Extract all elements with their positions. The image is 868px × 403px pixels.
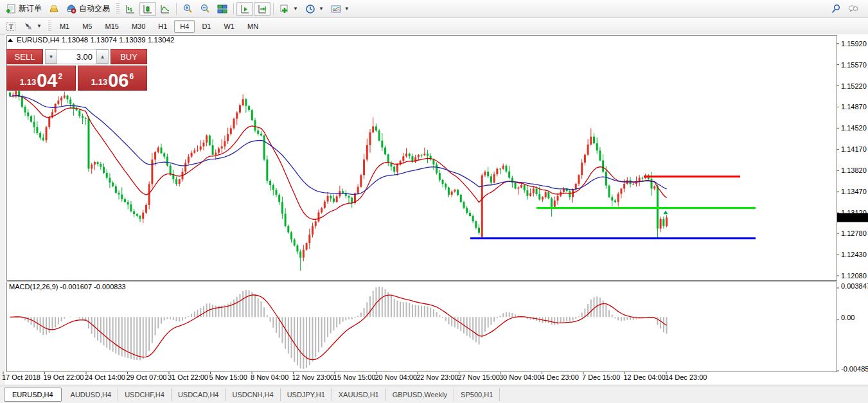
- svg-text:7 Dec 15:00: 7 Dec 15:00: [582, 373, 620, 381]
- buy-price-big: 06: [108, 72, 128, 89]
- symbol-tab-audusd[interactable]: AUDUSD,H4: [64, 388, 119, 401]
- sell-button[interactable]: SELL: [6, 49, 43, 64]
- one-click-trading-panel: SELL ▼ 3.00 ▲ BUY 1.13042 1.13066: [6, 49, 147, 91]
- volume-decrease-button[interactable]: ▼: [45, 49, 57, 64]
- svg-text:12 Nov 23:00: 12 Nov 23:00: [292, 373, 334, 381]
- svg-text:20 Nov 04:00: 20 Nov 04:00: [375, 373, 417, 381]
- svg-text:30 Nov 04:00: 30 Nov 04:00: [499, 373, 541, 381]
- svg-text:1.14870: 1.14870: [841, 103, 867, 111]
- symbol-tab-eurusd[interactable]: EURUSD,H4: [4, 388, 62, 402]
- symbol-tab-usdchf[interactable]: USDCHF,H4: [118, 388, 172, 401]
- chart-title: EURUSD,H4 1.13048 1.13074 1.13039 1.1304…: [17, 36, 175, 44]
- svg-text:1.13820: 1.13820: [841, 166, 867, 174]
- svg-text:27 Nov 15:00: 27 Nov 15:00: [458, 373, 500, 381]
- svg-text:-0.004856: -0.004856: [841, 365, 868, 373]
- buy-price-prefix: 1.13: [91, 77, 107, 87]
- svg-text:19 Oct 22:00: 19 Oct 22:00: [44, 373, 84, 381]
- sell-price-pip: 2: [58, 72, 62, 81]
- svg-text:0.003847: 0.003847: [841, 282, 868, 290]
- svg-text:0.00: 0.00: [841, 314, 855, 321]
- symbol-tab-usdcad[interactable]: USDCAD,H4: [172, 388, 226, 401]
- macd-label: MACD(12,26,9) -0.001607 -0.000833: [9, 283, 126, 291]
- sell-price-tile[interactable]: 1.13042: [6, 66, 76, 91]
- symbol-tab-gbpusd[interactable]: GBPUSD,Weekly: [386, 388, 454, 401]
- current-price-tag: [837, 213, 868, 222]
- svg-text:17 Oct 2018: 17 Oct 2018: [2, 373, 40, 381]
- svg-text:1.14170: 1.14170: [841, 145, 867, 153]
- svg-text:31 Oct 22:00: 31 Oct 22:00: [168, 373, 208, 381]
- sell-price-prefix: 1.13: [20, 77, 36, 87]
- svg-text:1.15570: 1.15570: [841, 61, 867, 69]
- svg-text:4 Dec 23:00: 4 Dec 23:00: [541, 373, 579, 381]
- symbol-tab-bar: EURUSD,H4AUDUSD,H4USDCHF,H4USDCAD,H4USDC…: [0, 386, 868, 403]
- svg-text:15 Nov 15:00: 15 Nov 15:00: [333, 373, 375, 381]
- buy-price-tile[interactable]: 1.13066: [78, 66, 147, 91]
- volume-control: ▼ 3.00 ▲: [45, 49, 109, 64]
- svg-text:1.15920: 1.15920: [841, 40, 867, 48]
- volume-increase-button[interactable]: ▲: [96, 49, 109, 64]
- svg-text:1.12080: 1.12080: [841, 272, 867, 280]
- svg-text:1.13470: 1.13470: [841, 188, 867, 195]
- svg-text:1.12430: 1.12430: [841, 251, 867, 258]
- svg-text:1.14520: 1.14520: [841, 124, 867, 132]
- volume-input[interactable]: 3.00: [57, 49, 96, 64]
- svg-text:1.12780: 1.12780: [841, 229, 867, 237]
- symbol-tab-sp500[interactable]: SP500,H1: [454, 388, 500, 401]
- buy-button[interactable]: BUY: [111, 49, 147, 64]
- svg-text:24 Oct 14:00: 24 Oct 14:00: [85, 373, 125, 381]
- svg-text:29 Oct 07:00: 29 Oct 07:00: [127, 373, 167, 381]
- time-axis: 17 Oct 201819 Oct 22:0024 Oct 14:0029 Oc…: [2, 372, 707, 381]
- buy-price-pip: 6: [129, 72, 134, 81]
- sell-price-big: 04: [37, 72, 57, 89]
- svg-text:14 Dec 23:00: 14 Dec 23:00: [665, 373, 707, 381]
- svg-text:1.15220: 1.15220: [841, 82, 867, 90]
- svg-text:8 Nov 04:00: 8 Nov 04:00: [251, 373, 288, 381]
- symbol-tab-usdjpy[interactable]: USDJPY,H1: [281, 388, 332, 401]
- svg-text:5 Nov 15:00: 5 Nov 15:00: [209, 373, 247, 381]
- svg-text:22 Nov 23:00: 22 Nov 23:00: [416, 373, 458, 381]
- symbol-tab-usdcnh[interactable]: USDCNH,H4: [226, 388, 280, 401]
- symbol-tab-xauusd[interactable]: XAUUSD,H1: [332, 388, 386, 401]
- terminal-window: 新订单 自动交易: [0, 0, 868, 403]
- svg-text:12 Dec 04:00: 12 Dec 04:00: [624, 373, 666, 381]
